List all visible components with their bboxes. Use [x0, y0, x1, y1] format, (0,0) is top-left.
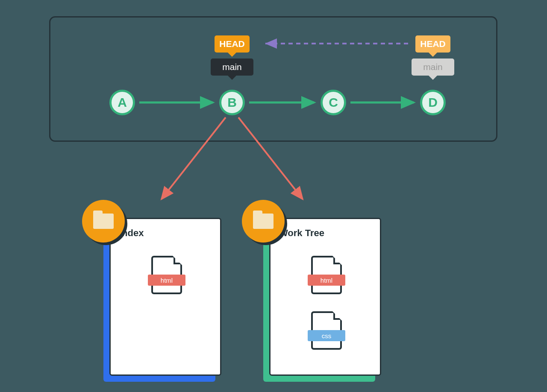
file-label-css: css — [308, 330, 345, 341]
worktree-folder-badge — [242, 200, 285, 243]
worktree-file-html: html — [311, 256, 342, 294]
commit-c: C — [321, 90, 346, 115]
worktree-panel-front: Work Tree html css — [269, 218, 381, 376]
head-tag-active: HEAD — [215, 35, 250, 53]
index-panel-front: Index html — [109, 218, 221, 376]
index-file-html: html — [151, 256, 182, 294]
commit-d: D — [420, 90, 446, 115]
index-folder-badge — [82, 200, 125, 243]
diagram-canvas: HEAD main HEAD main A B C D Index html W… — [0, 0, 547, 392]
commit-b: B — [219, 90, 245, 115]
folder-icon — [93, 214, 114, 229]
file-label-html: html — [308, 275, 345, 286]
worktree-file-css: css — [311, 311, 342, 350]
file-label-html: html — [148, 275, 185, 286]
folder-icon — [253, 214, 274, 229]
commit-a: A — [109, 90, 135, 115]
main-tag-faded: main — [412, 59, 454, 76]
main-tag-active: main — [211, 59, 253, 76]
head-tag-faded: HEAD — [415, 35, 450, 53]
